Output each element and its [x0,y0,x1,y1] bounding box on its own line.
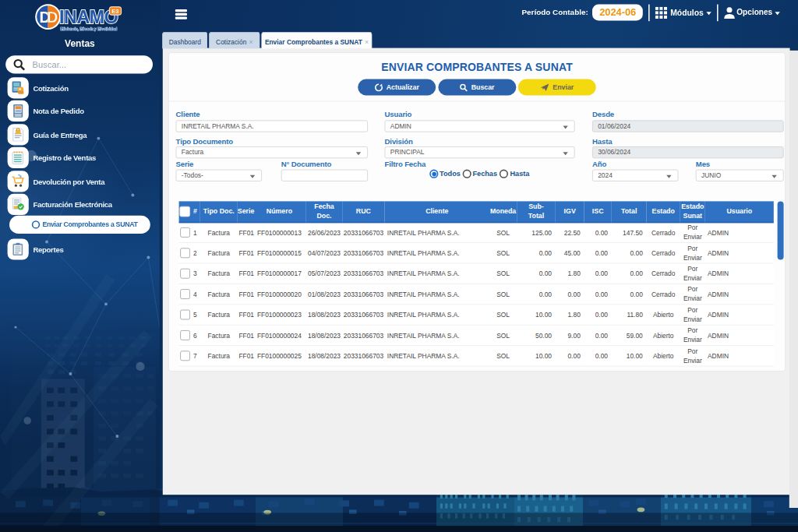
svg-text:Eficiencia, Eficacia y Efectiv: Eficiencia, Eficacia y Efectividad [61,27,118,31]
svg-text:E3: E3 [111,8,118,15]
svg-text:D: D [47,9,58,26]
